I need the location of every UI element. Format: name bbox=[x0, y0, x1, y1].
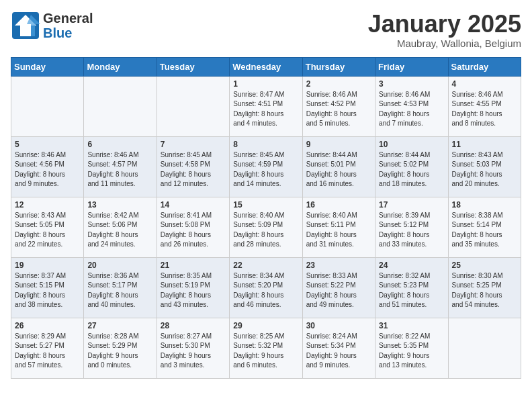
calendar-cell: 24Sunrise: 8:32 AM Sunset: 5:23 PM Dayli… bbox=[375, 257, 448, 318]
calendar-cell: 17Sunrise: 8:39 AM Sunset: 5:12 PM Dayli… bbox=[375, 197, 448, 257]
day-number: 11 bbox=[452, 140, 517, 149]
calendar-cell: 8Sunrise: 8:45 AM Sunset: 4:59 PM Daylig… bbox=[230, 136, 302, 197]
weekday-header: Friday bbox=[375, 57, 448, 76]
calendar-cell: 2Sunrise: 8:46 AM Sunset: 4:52 PM Daylig… bbox=[302, 76, 375, 136]
day-number: 27 bbox=[87, 321, 152, 330]
day-number: 29 bbox=[233, 321, 298, 330]
calendar-cell: 5Sunrise: 8:46 AM Sunset: 4:56 PM Daylig… bbox=[11, 136, 84, 197]
day-info: Sunrise: 8:27 AM Sunset: 5:30 PM Dayligh… bbox=[161, 332, 226, 371]
day-info: Sunrise: 8:30 AM Sunset: 5:25 PM Dayligh… bbox=[452, 271, 517, 310]
calendar-cell: 14Sunrise: 8:41 AM Sunset: 5:08 PM Dayli… bbox=[157, 197, 229, 257]
logo-blue: Blue bbox=[43, 26, 72, 40]
weekday-header-row: SundayMondayTuesdayWednesdayThursdayFrid… bbox=[11, 57, 521, 76]
calendar-week-row: 12Sunrise: 8:43 AM Sunset: 5:05 PM Dayli… bbox=[11, 197, 521, 257]
calendar-cell: 19Sunrise: 8:37 AM Sunset: 5:15 PM Dayli… bbox=[11, 257, 84, 318]
calendar-cell: 18Sunrise: 8:38 AM Sunset: 5:14 PM Dayli… bbox=[448, 197, 521, 257]
calendar-cell: 11Sunrise: 8:43 AM Sunset: 5:03 PM Dayli… bbox=[448, 136, 521, 197]
day-number: 7 bbox=[161, 140, 226, 149]
calendar-cell: 23Sunrise: 8:33 AM Sunset: 5:22 PM Dayli… bbox=[302, 257, 375, 318]
calendar-cell: 7Sunrise: 8:45 AM Sunset: 4:58 PM Daylig… bbox=[157, 136, 229, 197]
calendar-week-row: 5Sunrise: 8:46 AM Sunset: 4:56 PM Daylig… bbox=[11, 136, 521, 197]
calendar-cell: 28Sunrise: 8:27 AM Sunset: 5:30 PM Dayli… bbox=[157, 318, 229, 378]
calendar-cell: 20Sunrise: 8:36 AM Sunset: 5:17 PM Dayli… bbox=[84, 257, 157, 318]
day-info: Sunrise: 8:42 AM Sunset: 5:06 PM Dayligh… bbox=[87, 211, 152, 250]
calendar-cell: 25Sunrise: 8:30 AM Sunset: 5:25 PM Dayli… bbox=[448, 257, 521, 318]
day-info: Sunrise: 8:45 AM Sunset: 4:59 PM Dayligh… bbox=[233, 150, 298, 189]
day-number: 18 bbox=[452, 200, 517, 210]
day-info: Sunrise: 8:34 AM Sunset: 5:20 PM Dayligh… bbox=[233, 271, 298, 310]
day-info: Sunrise: 8:28 AM Sunset: 5:29 PM Dayligh… bbox=[87, 332, 152, 371]
day-info: Sunrise: 8:43 AM Sunset: 5:05 PM Dayligh… bbox=[15, 211, 80, 250]
day-number: 20 bbox=[87, 261, 152, 270]
day-number: 1 bbox=[233, 79, 298, 89]
day-info: Sunrise: 8:25 AM Sunset: 5:32 PM Dayligh… bbox=[233, 332, 298, 371]
day-number: 24 bbox=[379, 261, 444, 270]
day-number: 28 bbox=[161, 321, 226, 330]
day-info: Sunrise: 8:37 AM Sunset: 5:15 PM Dayligh… bbox=[15, 271, 80, 310]
calendar-cell: 13Sunrise: 8:42 AM Sunset: 5:06 PM Dayli… bbox=[84, 197, 157, 257]
calendar-cell: 10Sunrise: 8:44 AM Sunset: 5:02 PM Dayli… bbox=[375, 136, 448, 197]
logo: General Blue bbox=[11, 11, 93, 40]
weekday-header: Tuesday bbox=[157, 57, 229, 76]
calendar-cell bbox=[84, 76, 157, 136]
calendar-cell: 29Sunrise: 8:25 AM Sunset: 5:32 PM Dayli… bbox=[230, 318, 302, 378]
calendar-cell: 9Sunrise: 8:44 AM Sunset: 5:01 PM Daylig… bbox=[302, 136, 375, 197]
calendar-cell: 27Sunrise: 8:28 AM Sunset: 5:29 PM Dayli… bbox=[84, 318, 157, 378]
day-number: 23 bbox=[306, 261, 371, 270]
day-info: Sunrise: 8:33 AM Sunset: 5:22 PM Dayligh… bbox=[306, 271, 371, 310]
weekday-header: Sunday bbox=[11, 57, 84, 76]
day-number: 14 bbox=[161, 200, 226, 210]
day-info: Sunrise: 8:40 AM Sunset: 5:09 PM Dayligh… bbox=[233, 211, 298, 250]
day-number: 5 bbox=[15, 140, 80, 149]
day-info: Sunrise: 8:39 AM Sunset: 5:12 PM Dayligh… bbox=[379, 211, 444, 250]
day-number: 15 bbox=[233, 200, 298, 210]
weekday-header: Saturday bbox=[448, 57, 521, 76]
day-number: 3 bbox=[379, 79, 444, 89]
calendar-cell bbox=[448, 318, 521, 378]
calendar-week-row: 19Sunrise: 8:37 AM Sunset: 5:15 PM Dayli… bbox=[11, 257, 521, 318]
day-info: Sunrise: 8:46 AM Sunset: 4:57 PM Dayligh… bbox=[87, 150, 152, 189]
day-info: Sunrise: 8:46 AM Sunset: 4:53 PM Dayligh… bbox=[379, 90, 444, 129]
day-number: 2 bbox=[306, 79, 371, 89]
calendar-cell: 4Sunrise: 8:46 AM Sunset: 4:55 PM Daylig… bbox=[448, 76, 521, 136]
calendar-cell: 16Sunrise: 8:40 AM Sunset: 5:11 PM Dayli… bbox=[302, 197, 375, 257]
day-number: 12 bbox=[15, 200, 80, 210]
calendar-cell: 1Sunrise: 8:47 AM Sunset: 4:51 PM Daylig… bbox=[230, 76, 302, 136]
title-block: January 2025 Maubray, Wallonia, Belgium bbox=[368, 11, 521, 49]
logo-general: General bbox=[43, 11, 93, 26]
weekday-header: Wednesday bbox=[230, 57, 302, 76]
day-info: Sunrise: 8:46 AM Sunset: 4:55 PM Dayligh… bbox=[452, 90, 517, 129]
weekday-header: Thursday bbox=[302, 57, 375, 76]
day-info: Sunrise: 8:40 AM Sunset: 5:11 PM Dayligh… bbox=[306, 211, 371, 250]
day-number: 30 bbox=[306, 321, 371, 330]
day-info: Sunrise: 8:44 AM Sunset: 5:02 PM Dayligh… bbox=[379, 150, 444, 189]
calendar-cell: 12Sunrise: 8:43 AM Sunset: 5:05 PM Dayli… bbox=[11, 197, 84, 257]
day-info: Sunrise: 8:22 AM Sunset: 5:35 PM Dayligh… bbox=[379, 332, 444, 371]
day-info: Sunrise: 8:36 AM Sunset: 5:17 PM Dayligh… bbox=[87, 271, 152, 310]
day-number: 13 bbox=[87, 200, 152, 210]
day-number: 9 bbox=[306, 140, 371, 149]
day-info: Sunrise: 8:24 AM Sunset: 5:34 PM Dayligh… bbox=[306, 332, 371, 371]
calendar-cell: 21Sunrise: 8:35 AM Sunset: 5:19 PM Dayli… bbox=[157, 257, 229, 318]
location-title: Maubray, Wallonia, Belgium bbox=[368, 38, 521, 49]
day-info: Sunrise: 8:38 AM Sunset: 5:14 PM Dayligh… bbox=[452, 211, 517, 250]
day-number: 22 bbox=[233, 261, 298, 270]
day-info: Sunrise: 8:46 AM Sunset: 4:52 PM Dayligh… bbox=[306, 90, 371, 129]
day-number: 26 bbox=[15, 321, 80, 330]
day-info: Sunrise: 8:35 AM Sunset: 5:19 PM Dayligh… bbox=[161, 271, 226, 310]
calendar-cell: 26Sunrise: 8:29 AM Sunset: 5:27 PM Dayli… bbox=[11, 318, 84, 378]
day-info: Sunrise: 8:32 AM Sunset: 5:23 PM Dayligh… bbox=[379, 271, 444, 310]
day-info: Sunrise: 8:43 AM Sunset: 5:03 PM Dayligh… bbox=[452, 150, 517, 189]
calendar-cell: 6Sunrise: 8:46 AM Sunset: 4:57 PM Daylig… bbox=[84, 136, 157, 197]
day-number: 6 bbox=[87, 140, 152, 149]
day-number: 16 bbox=[306, 200, 371, 210]
day-info: Sunrise: 8:41 AM Sunset: 5:08 PM Dayligh… bbox=[161, 211, 226, 250]
day-number: 4 bbox=[452, 79, 517, 89]
day-info: Sunrise: 8:47 AM Sunset: 4:51 PM Dayligh… bbox=[233, 90, 298, 129]
calendar-cell: 3Sunrise: 8:46 AM Sunset: 4:53 PM Daylig… bbox=[375, 76, 448, 136]
calendar-cell: 15Sunrise: 8:40 AM Sunset: 5:09 PM Dayli… bbox=[230, 197, 302, 257]
calendar-cell: 31Sunrise: 8:22 AM Sunset: 5:35 PM Dayli… bbox=[375, 318, 448, 378]
weekday-header: Monday bbox=[84, 57, 157, 76]
day-info: Sunrise: 8:46 AM Sunset: 4:56 PM Dayligh… bbox=[15, 150, 80, 189]
day-number: 17 bbox=[379, 200, 444, 210]
